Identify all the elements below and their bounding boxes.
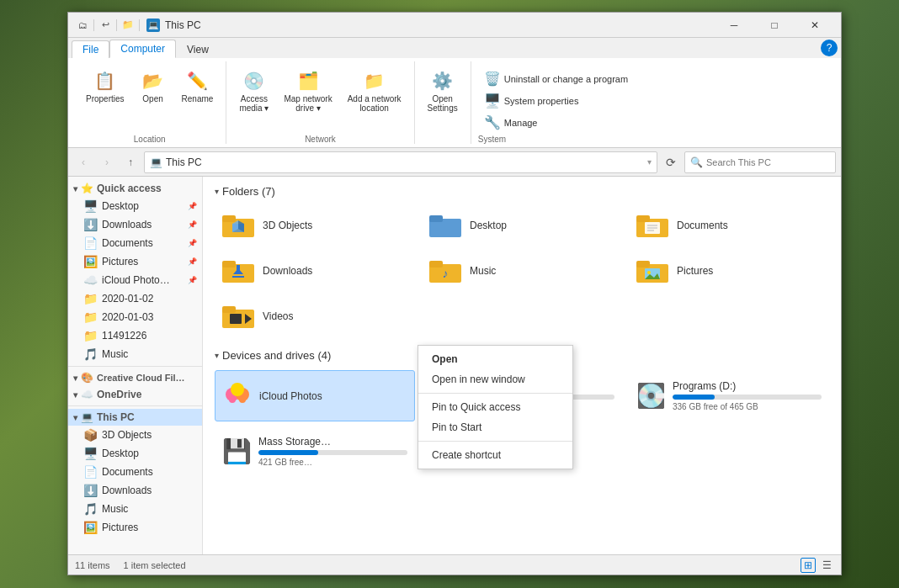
icloud-pin: 📌: [188, 276, 197, 284]
folder-item-3d-objects[interactable]: 3D Objects: [215, 206, 415, 245]
close-button[interactable]: ✕: [795, 13, 834, 38]
back-button[interactable]: ‹: [73, 152, 93, 172]
3d-objects-icon: 📦: [83, 428, 98, 442]
pictures2-icon: 🖼️: [83, 521, 98, 534]
folder-videos-label: Videos: [263, 310, 293, 322]
sidebar-item-downloads[interactable]: ⬇️ Downloads 📌: [68, 215, 202, 234]
sidebar-item-11491226[interactable]: 📁 11491226: [68, 326, 202, 345]
maximize-button[interactable]: □: [755, 13, 794, 38]
ctx-item-pin-start[interactable]: Pin to Start: [418, 417, 572, 437]
programs-d-icon: 💽: [636, 382, 666, 410]
folder-item-pictures[interactable]: Pictures: [629, 252, 829, 290]
ctx-item-create-shortcut[interactable]: Create shortcut: [418, 445, 572, 465]
svg-point-34: [239, 396, 246, 403]
folder-item-desktop[interactable]: Desktop: [422, 206, 622, 245]
folder-downloads-label: Downloads: [263, 265, 312, 277]
sidebar-item-2020-01-03[interactable]: 📁 2020-01-03: [68, 308, 202, 326]
sidebar-item-downloads2[interactable]: ⬇️ Downloads: [68, 481, 202, 500]
ribbon-btn-open[interactable]: 📂 Open: [134, 65, 173, 106]
sidebar-item-music[interactable]: 🎵 Music: [68, 345, 202, 363]
ribbon-btn-open-settings[interactable]: ⚙️ OpenSettings: [422, 65, 464, 115]
folder-music-icon: ♪: [429, 257, 463, 284]
ribbon-btn-add-location[interactable]: 📁 Add a networklocation: [342, 65, 407, 115]
device-item-icloud[interactable]: iCloud Photos: [215, 370, 415, 421]
path-icon: 💻: [150, 156, 162, 168]
svg-point-33: [229, 396, 236, 403]
sidebar-item-desktop[interactable]: 🖥️ Desktop 📌: [68, 197, 202, 215]
desktop2-label: Desktop: [102, 448, 139, 459]
help-button[interactable]: ?: [821, 40, 838, 56]
ribbon-btn-manage[interactable]: 🔧 Manage: [478, 112, 634, 133]
tab-view[interactable]: View: [176, 40, 220, 58]
documents-label: Documents: [102, 237, 153, 249]
address-path[interactable]: 💻 This PC ▾: [144, 151, 657, 173]
qt-properties-btn[interactable]: 🗂: [75, 18, 90, 33]
svg-point-32: [231, 383, 244, 396]
forward-button[interactable]: ›: [97, 152, 117, 172]
refresh-button[interactable]: ⟳: [661, 152, 681, 172]
sidebar-item-documents2[interactable]: 📄 Documents: [68, 463, 202, 481]
ribbon-btn-rename[interactable]: ✏️ Rename: [176, 65, 220, 106]
explorer-window: 🗂 ↩ 📁 💻 This PC ─ □ ✕ File Computer View…: [67, 12, 842, 575]
devices-title: Devices and drives (4): [222, 349, 331, 362]
sidebar-section-onedrive[interactable]: ▾ ☁️ OneDrive: [68, 386, 202, 403]
sidebar-divider-2: [68, 405, 202, 406]
folders-section-header[interactable]: ▾ Folders (7): [215, 185, 829, 198]
icloud-device-info: iCloud Photos: [259, 390, 407, 402]
path-dropdown-arrow[interactable]: ▾: [647, 157, 652, 167]
view-list-button[interactable]: ☰: [819, 558, 834, 573]
tab-computer[interactable]: Computer: [109, 40, 176, 58]
desktop-label: Desktop: [102, 200, 139, 212]
search-input[interactable]: [706, 157, 830, 167]
ribbon-tabs: File Computer View ?: [68, 38, 841, 58]
ctx-item-open-new-window[interactable]: Open in new window: [418, 369, 572, 389]
search-box[interactable]: 🔍: [684, 151, 836, 173]
folder-thumb-videos: [222, 303, 256, 330]
device-item-d[interactable]: 💽 Programs (D:) 336 GB free of 465 GB: [629, 370, 829, 421]
ribbon-btn-map-drive[interactable]: 🗂️ Map networkdrive ▾: [278, 65, 338, 115]
qt-undo-btn[interactable]: ↩: [98, 18, 113, 33]
folder-desktop-label: Desktop: [470, 220, 507, 231]
sidebar-item-pictures[interactable]: 🖼️ Pictures 📌: [68, 252, 202, 271]
tab-file[interactable]: File: [72, 40, 109, 58]
sidebar-section-quick-access[interactable]: ▾ ⭐ Quick access: [68, 180, 202, 197]
view-grid-button[interactable]: ⊞: [801, 558, 816, 573]
sidebar-item-music2[interactable]: 🎵 Music: [68, 500, 202, 518]
map-drive-label: Map networkdrive ▾: [284, 94, 332, 113]
title-bar: 🗂 ↩ 📁 💻 This PC ─ □ ✕: [68, 13, 841, 38]
rename-icon: ✏️: [184, 67, 210, 94]
ribbon-btn-system-props[interactable]: 🖥️ System properties: [478, 90, 634, 111]
device-item-mass-storage[interactable]: 💾 Mass Storage… 421 GB free…: [215, 428, 415, 474]
ribbon-group-settings: ⚙️ OpenSettings: [415, 61, 471, 144]
sidebar-item-3d-objects[interactable]: 📦 3D Objects: [68, 426, 202, 444]
ctx-item-open[interactable]: Open: [418, 349, 572, 369]
ribbon-btn-properties[interactable]: 📋 Properties: [80, 65, 130, 106]
sidebar-item-icloud[interactable]: ☁️ iCloud Photo… 📌: [68, 271, 202, 289]
creative-cloud-label: Creative Cloud Fil…: [97, 373, 185, 383]
qt-new-folder-btn[interactable]: 📁: [120, 18, 136, 33]
sidebar-item-pictures2[interactable]: 🖼️ Pictures: [68, 518, 202, 537]
quick-access-icon: ⭐: [81, 183, 93, 194]
ctx-divider-2: [418, 441, 572, 442]
sidebar-section-thispc[interactable]: ▾ 💻 This PC: [68, 409, 202, 426]
sidebar-item-documents[interactable]: 📄 Documents 📌: [68, 234, 202, 252]
ribbon-btn-uninstall[interactable]: 🗑️ Uninstall or change a program: [478, 68, 634, 89]
minimize-button[interactable]: ─: [715, 13, 753, 38]
ribbon-btn-access-media[interactable]: 💿 Accessmedia ▾: [233, 65, 274, 115]
open-icon: 📂: [140, 67, 167, 94]
sidebar-section-creative-cloud[interactable]: ▾ 🎨 Creative Cloud Fil…: [68, 369, 202, 386]
folder-item-music[interactable]: ♪ Music: [422, 252, 622, 290]
folder-item-videos[interactable]: Videos: [215, 297, 415, 336]
folder-documents-label: Documents: [677, 220, 728, 231]
sidebar-item-2020-01-02[interactable]: 📁 2020-01-02: [68, 289, 202, 308]
sidebar-item-desktop2[interactable]: 🖥️ Desktop: [68, 444, 202, 463]
mass-storage-name: Mass Storage…: [258, 436, 407, 448]
programs-d-free: 336 GB free of 465 GB: [673, 402, 822, 411]
folder-pictures-icon: [636, 257, 670, 284]
ribbon-group-network: 💿 Accessmedia ▾ 🗂️ Map networkdrive ▾ 📁 …: [226, 61, 414, 144]
ctx-item-pin-quick-access[interactable]: Pin to Quick access: [418, 397, 572, 417]
folder-thumb-pictures: [636, 257, 670, 284]
folder-item-documents[interactable]: Documents: [629, 206, 829, 245]
up-button[interactable]: ↑: [120, 152, 141, 172]
folder-item-downloads[interactable]: Downloads: [215, 252, 415, 290]
